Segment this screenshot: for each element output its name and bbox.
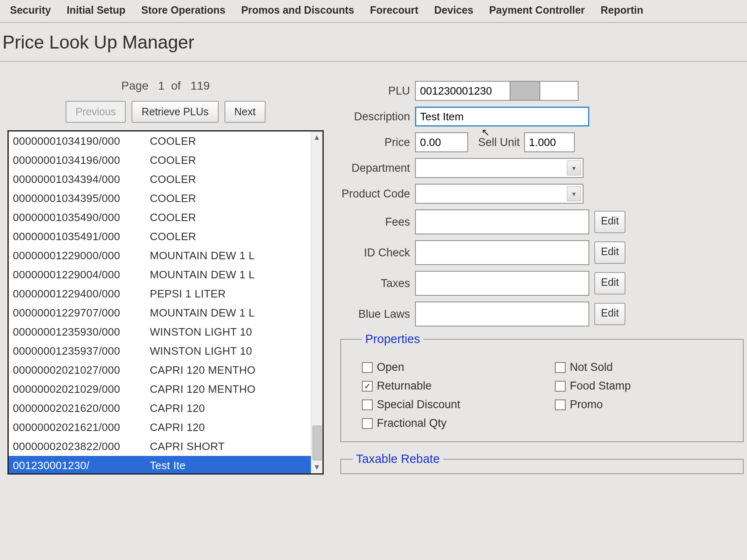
scroll-down-icon[interactable]: ▼: [313, 463, 321, 472]
checkbox-label: Promo: [570, 398, 603, 411]
blue-laws-edit-button[interactable]: Edit: [594, 303, 625, 325]
checkbox-label: Special Discount: [377, 398, 460, 411]
checkbox-icon: [555, 362, 566, 373]
sell-unit-label: Sell Unit: [468, 136, 524, 149]
scrollbar[interactable]: ▲ ▼: [311, 131, 322, 473]
list-item-desc: MOUNTAIN DEW 1 L: [150, 306, 307, 320]
checkbox-icon: [362, 399, 373, 410]
list-item-desc: CAPRI 120 MENTHO: [150, 382, 307, 396]
list-item[interactable]: 00000002021027/000CAPRI 120 MENTHO: [9, 360, 311, 380]
checkbox-food-stamp[interactable]: Food Stamp: [555, 380, 731, 392]
list-item-plu: 00000001034394/000: [13, 172, 150, 186]
list-item[interactable]: 00000001035491/000COOLER: [9, 227, 311, 246]
list-item-plu: 00000002021027/000: [13, 363, 150, 377]
list-item[interactable]: 00000001229400/000PEPSI 1 LITER: [9, 284, 311, 303]
plu-input[interactable]: [415, 81, 510, 101]
list-item-plu: 00000001229004/000: [13, 268, 150, 282]
taxable-rebate-legend: Taxable Rebate: [353, 452, 443, 466]
list-item[interactable]: 00000001235930/000WINSTON LIGHT 10: [9, 322, 311, 341]
list-item[interactable]: 00000001229000/000MOUNTAIN DEW 1 L: [9, 246, 311, 265]
checkbox-icon: [362, 418, 373, 429]
list-item[interactable]: 00000001034196/000COOLER: [9, 151, 311, 170]
plu-suffix-input[interactable]: [540, 81, 579, 101]
list-item-desc: MOUNTAIN DEW 1 L: [150, 268, 307, 282]
department-select[interactable]: ▾: [415, 158, 583, 178]
menu-item-devices[interactable]: Devices: [434, 4, 474, 16]
menu-item-security[interactable]: Security: [10, 4, 51, 16]
properties-fieldset: Properties OpenNot Sold✓ReturnableFood S…: [340, 332, 744, 442]
sell-unit-input[interactable]: [524, 132, 575, 152]
retrieve-plus-button[interactable]: Retrieve PLUs: [132, 101, 218, 123]
checkbox-special-discount[interactable]: Special Discount: [362, 398, 538, 411]
taxable-rebate-fieldset: Taxable Rebate: [340, 452, 744, 474]
checkbox-label: Not Sold: [570, 361, 613, 374]
pager-label: Page 1 of 119: [7, 79, 324, 93]
previous-button: Previous: [66, 101, 126, 123]
list-item-plu: 00000001229000/000: [13, 248, 150, 263]
list-item-plu: 00000002021620/000: [13, 401, 150, 415]
list-item-desc: MOUNTAIN DEW 1 L: [150, 248, 307, 263]
department-label: Department: [340, 162, 415, 175]
list-item[interactable]: 00000002021620/000CAPRI 120: [9, 399, 311, 418]
id-check-box: [415, 240, 589, 265]
list-item-plu: 00000001235930/000: [13, 325, 150, 339]
list-item[interactable]: 001230001230/Test Ite: [9, 456, 311, 473]
checkbox-returnable[interactable]: ✓Returnable: [362, 380, 538, 392]
checkbox-icon: [362, 362, 373, 373]
properties-legend: Properties: [362, 332, 423, 346]
product-code-select[interactable]: ▾: [415, 184, 583, 204]
menu-item-store-operations[interactable]: Store Operations: [141, 4, 225, 16]
menu-item-initial-setup[interactable]: Initial Setup: [67, 4, 126, 16]
top-menubar[interactable]: SecurityInitial SetupStore OperationsPro…: [0, 0, 747, 23]
id-check-edit-button[interactable]: Edit: [594, 241, 625, 264]
checkbox-fractional-qty[interactable]: Fractional Qty: [362, 417, 538, 430]
list-item[interactable]: 00000001034395/000COOLER: [9, 189, 311, 208]
plu-listbox[interactable]: 00000001034190/000COOLER00000001034196/0…: [7, 130, 324, 475]
list-item-desc: WINSTON LIGHT 10: [150, 325, 307, 339]
list-item-desc: CAPRI 120: [150, 401, 307, 415]
list-item-desc: COOLER: [150, 134, 307, 148]
list-item[interactable]: 00000001229004/000MOUNTAIN DEW 1 L: [9, 265, 311, 284]
list-item-plu: 00000001229400/000: [13, 287, 150, 301]
taxes-edit-button[interactable]: Edit: [594, 272, 625, 295]
list-item-plu: 00000001235937/000: [13, 344, 150, 358]
list-item-plu: 00000002021029/000: [13, 382, 150, 396]
menu-item-reportin[interactable]: Reportin: [601, 4, 643, 16]
blue-laws-box: [415, 302, 589, 326]
price-input[interactable]: [415, 132, 468, 152]
list-item[interactable]: 00000001034190/000COOLER: [9, 131, 311, 151]
menu-item-forecourt[interactable]: Forecourt: [370, 4, 418, 16]
list-item[interactable]: 00000002023822/000CAPRI SHORT: [9, 437, 311, 456]
list-item[interactable]: 00000001229707/000MOUNTAIN DEW 1 L: [9, 303, 311, 322]
menu-item-payment-controller[interactable]: Payment Controller: [489, 4, 585, 16]
list-item-plu: 001230001230/: [13, 458, 150, 472]
menu-item-promos-and-discounts[interactable]: Promos and Discounts: [241, 4, 354, 16]
fees-box: [415, 209, 589, 234]
list-item[interactable]: 00000001235937/000WINSTON LIGHT 10: [9, 341, 311, 360]
list-item-plu: 00000001035491/000: [13, 229, 150, 243]
checkbox-promo[interactable]: Promo: [555, 398, 731, 411]
list-item-plu: 00000001034196/000: [13, 153, 150, 167]
next-button[interactable]: Next: [225, 101, 266, 123]
description-input[interactable]: [415, 107, 589, 127]
fees-edit-button[interactable]: Edit: [594, 211, 625, 233]
list-item-desc: COOLER: [150, 172, 307, 186]
scroll-up-icon[interactable]: ▲: [313, 133, 321, 142]
chevron-down-icon: ▾: [567, 186, 581, 201]
scroll-thumb[interactable]: [312, 426, 322, 460]
list-item[interactable]: 00000001034394/000COOLER: [9, 170, 311, 189]
list-item-desc: COOLER: [150, 229, 307, 243]
list-item-desc: COOLER: [150, 153, 307, 167]
list-item-plu: 00000002023822/000: [13, 439, 150, 453]
list-item-plu: 00000001035490/000: [13, 210, 150, 224]
list-item-plu: 00000001229707/000: [13, 306, 150, 320]
list-item[interactable]: 00000002021621/000CAPRI 120: [9, 418, 311, 437]
list-item-desc: COOLER: [150, 210, 307, 224]
taxes-label: Taxes: [340, 277, 415, 290]
checkbox-open[interactable]: Open: [362, 361, 538, 374]
list-item[interactable]: 00000002021029/000CAPRI 120 MENTHO: [9, 380, 311, 399]
list-item[interactable]: 00000001035490/000COOLER: [9, 208, 311, 227]
checkbox-label: Fractional Qty: [377, 417, 447, 430]
checkbox-label: Open: [377, 361, 404, 374]
checkbox-not-sold[interactable]: Not Sold: [555, 361, 731, 374]
